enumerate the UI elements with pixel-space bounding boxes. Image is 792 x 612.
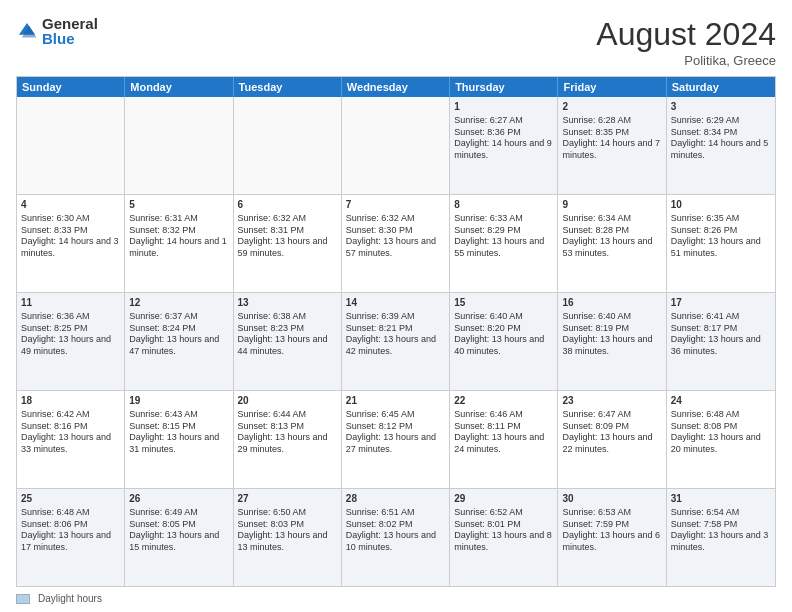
calendar-cell: 7Sunrise: 6:32 AM Sunset: 8:30 PM Daylig… bbox=[342, 195, 450, 292]
day-number: 26 bbox=[129, 492, 228, 505]
weekday-header: Saturday bbox=[667, 77, 775, 97]
day-number: 27 bbox=[238, 492, 337, 505]
calendar-row: 1Sunrise: 6:27 AM Sunset: 8:36 PM Daylig… bbox=[17, 97, 775, 194]
calendar-cell: 11Sunrise: 6:36 AM Sunset: 8:25 PM Dayli… bbox=[17, 293, 125, 390]
day-number: 16 bbox=[562, 296, 661, 309]
calendar-cell: 22Sunrise: 6:46 AM Sunset: 8:11 PM Dayli… bbox=[450, 391, 558, 488]
footer: Daylight hours bbox=[16, 593, 776, 604]
day-number: 19 bbox=[129, 394, 228, 407]
day-number: 13 bbox=[238, 296, 337, 309]
weekday-header: Wednesday bbox=[342, 77, 450, 97]
weekday-header: Tuesday bbox=[234, 77, 342, 97]
calendar-cell: 12Sunrise: 6:37 AM Sunset: 8:24 PM Dayli… bbox=[125, 293, 233, 390]
calendar-cell: 31Sunrise: 6:54 AM Sunset: 7:58 PM Dayli… bbox=[667, 489, 775, 586]
day-number: 8 bbox=[454, 198, 553, 211]
calendar-cell bbox=[125, 97, 233, 194]
calendar-cell: 14Sunrise: 6:39 AM Sunset: 8:21 PM Dayli… bbox=[342, 293, 450, 390]
calendar-cell: 26Sunrise: 6:49 AM Sunset: 8:05 PM Dayli… bbox=[125, 489, 233, 586]
weekday-header: Friday bbox=[558, 77, 666, 97]
day-number: 24 bbox=[671, 394, 771, 407]
calendar-cell bbox=[17, 97, 125, 194]
day-number: 11 bbox=[21, 296, 120, 309]
location: Politika, Greece bbox=[596, 53, 776, 68]
calendar-row: 11Sunrise: 6:36 AM Sunset: 8:25 PM Dayli… bbox=[17, 292, 775, 390]
calendar-body: 1Sunrise: 6:27 AM Sunset: 8:36 PM Daylig… bbox=[17, 97, 775, 586]
logo-icon bbox=[16, 20, 38, 42]
day-number: 6 bbox=[238, 198, 337, 211]
day-number: 25 bbox=[21, 492, 120, 505]
day-number: 9 bbox=[562, 198, 661, 211]
logo-blue: Blue bbox=[42, 31, 98, 46]
calendar-cell: 17Sunrise: 6:41 AM Sunset: 8:17 PM Dayli… bbox=[667, 293, 775, 390]
calendar-cell: 30Sunrise: 6:53 AM Sunset: 7:59 PM Dayli… bbox=[558, 489, 666, 586]
day-number: 14 bbox=[346, 296, 445, 309]
calendar-cell bbox=[342, 97, 450, 194]
calendar-cell: 24Sunrise: 6:48 AM Sunset: 8:08 PM Dayli… bbox=[667, 391, 775, 488]
day-number: 18 bbox=[21, 394, 120, 407]
calendar-cell: 29Sunrise: 6:52 AM Sunset: 8:01 PM Dayli… bbox=[450, 489, 558, 586]
weekday-header: Monday bbox=[125, 77, 233, 97]
day-number: 12 bbox=[129, 296, 228, 309]
calendar: SundayMondayTuesdayWednesdayThursdayFrid… bbox=[16, 76, 776, 587]
calendar-row: 18Sunrise: 6:42 AM Sunset: 8:16 PM Dayli… bbox=[17, 390, 775, 488]
calendar-cell: 4Sunrise: 6:30 AM Sunset: 8:33 PM Daylig… bbox=[17, 195, 125, 292]
calendar-cell: 15Sunrise: 6:40 AM Sunset: 8:20 PM Dayli… bbox=[450, 293, 558, 390]
calendar-cell: 6Sunrise: 6:32 AM Sunset: 8:31 PM Daylig… bbox=[234, 195, 342, 292]
calendar-cell: 19Sunrise: 6:43 AM Sunset: 8:15 PM Dayli… bbox=[125, 391, 233, 488]
legend-box bbox=[16, 594, 30, 604]
calendar-row: 4Sunrise: 6:30 AM Sunset: 8:33 PM Daylig… bbox=[17, 194, 775, 292]
page: General Blue August 2024 Politika, Greec… bbox=[0, 0, 792, 612]
calendar-cell: 16Sunrise: 6:40 AM Sunset: 8:19 PM Dayli… bbox=[558, 293, 666, 390]
logo-general: General bbox=[42, 16, 98, 31]
day-number: 4 bbox=[21, 198, 120, 211]
day-number: 3 bbox=[671, 100, 771, 113]
calendar-cell: 23Sunrise: 6:47 AM Sunset: 8:09 PM Dayli… bbox=[558, 391, 666, 488]
day-number: 2 bbox=[562, 100, 661, 113]
calendar-cell: 5Sunrise: 6:31 AM Sunset: 8:32 PM Daylig… bbox=[125, 195, 233, 292]
calendar-cell: 28Sunrise: 6:51 AM Sunset: 8:02 PM Dayli… bbox=[342, 489, 450, 586]
calendar-cell: 8Sunrise: 6:33 AM Sunset: 8:29 PM Daylig… bbox=[450, 195, 558, 292]
calendar-cell: 20Sunrise: 6:44 AM Sunset: 8:13 PM Dayli… bbox=[234, 391, 342, 488]
calendar-cell: 2Sunrise: 6:28 AM Sunset: 8:35 PM Daylig… bbox=[558, 97, 666, 194]
calendar-cell: 1Sunrise: 6:27 AM Sunset: 8:36 PM Daylig… bbox=[450, 97, 558, 194]
day-number: 22 bbox=[454, 394, 553, 407]
calendar-row: 25Sunrise: 6:48 AM Sunset: 8:06 PM Dayli… bbox=[17, 488, 775, 586]
weekday-header: Sunday bbox=[17, 77, 125, 97]
weekday-header: Thursday bbox=[450, 77, 558, 97]
calendar-header: SundayMondayTuesdayWednesdayThursdayFrid… bbox=[17, 77, 775, 97]
header: General Blue August 2024 Politika, Greec… bbox=[16, 16, 776, 68]
day-number: 31 bbox=[671, 492, 771, 505]
day-number: 15 bbox=[454, 296, 553, 309]
calendar-cell: 9Sunrise: 6:34 AM Sunset: 8:28 PM Daylig… bbox=[558, 195, 666, 292]
calendar-cell: 18Sunrise: 6:42 AM Sunset: 8:16 PM Dayli… bbox=[17, 391, 125, 488]
day-number: 20 bbox=[238, 394, 337, 407]
day-number: 29 bbox=[454, 492, 553, 505]
day-number: 7 bbox=[346, 198, 445, 211]
logo-text: General Blue bbox=[42, 16, 98, 46]
day-number: 17 bbox=[671, 296, 771, 309]
calendar-cell: 27Sunrise: 6:50 AM Sunset: 8:03 PM Dayli… bbox=[234, 489, 342, 586]
day-number: 30 bbox=[562, 492, 661, 505]
calendar-cell: 10Sunrise: 6:35 AM Sunset: 8:26 PM Dayli… bbox=[667, 195, 775, 292]
day-number: 28 bbox=[346, 492, 445, 505]
calendar-cell: 3Sunrise: 6:29 AM Sunset: 8:34 PM Daylig… bbox=[667, 97, 775, 194]
legend-label: Daylight hours bbox=[38, 593, 102, 604]
day-number: 1 bbox=[454, 100, 553, 113]
calendar-cell: 25Sunrise: 6:48 AM Sunset: 8:06 PM Dayli… bbox=[17, 489, 125, 586]
calendar-cell: 21Sunrise: 6:45 AM Sunset: 8:12 PM Dayli… bbox=[342, 391, 450, 488]
title-block: August 2024 Politika, Greece bbox=[596, 16, 776, 68]
day-number: 21 bbox=[346, 394, 445, 407]
calendar-cell bbox=[234, 97, 342, 194]
day-number: 10 bbox=[671, 198, 771, 211]
day-number: 5 bbox=[129, 198, 228, 211]
month-title: August 2024 bbox=[596, 16, 776, 53]
calendar-cell: 13Sunrise: 6:38 AM Sunset: 8:23 PM Dayli… bbox=[234, 293, 342, 390]
logo: General Blue bbox=[16, 16, 98, 46]
day-number: 23 bbox=[562, 394, 661, 407]
